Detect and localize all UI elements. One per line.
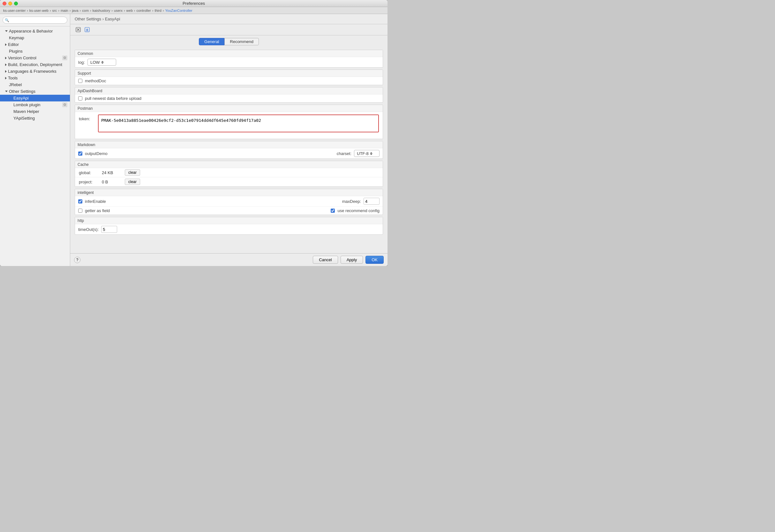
sidebar-item-label: Keymap — [9, 35, 67, 40]
cache-project-value: 0 B — [102, 180, 121, 184]
bottom-padding — [70, 237, 388, 243]
output-demo-label: outputDemo — [85, 151, 107, 156]
token-field-wrapper — [98, 115, 379, 132]
sidebar-item-version-control[interactable]: Version Control ⚙ — [0, 55, 70, 61]
support-method-doc-row: methodDoc — [75, 77, 383, 85]
sidebar-item-label: EasyApi — [13, 96, 67, 100]
output-demo-checkbox[interactable] — [78, 151, 82, 156]
cache-global-label: global: — [79, 170, 98, 175]
sidebar-item-lombok[interactable]: Lombok plugin ⚙ — [0, 101, 70, 108]
main-content: 🔍 Appearance & Behavior Keymap Editor — [0, 14, 388, 266]
log-select[interactable]: LOW — [87, 59, 116, 66]
sidebar-search-input[interactable] — [3, 17, 67, 24]
charset-select[interactable]: UTF-8 — [354, 150, 380, 157]
cache-section-title: Cache — [75, 161, 383, 168]
badge-icon: ⚙ — [62, 55, 67, 60]
sidebar-item-plugins[interactable]: Plugins — [0, 48, 70, 55]
export-icon[interactable] — [84, 26, 91, 33]
settings-content: Common log: LOW Support — [70, 48, 388, 253]
pull-data-label: pull newest data before upload — [85, 96, 141, 101]
breadcrumb-item: ks-user-center — [3, 9, 26, 12]
tab-general[interactable]: General — [199, 38, 225, 45]
common-section: Common log: LOW — [75, 50, 383, 68]
sidebar-item-label: Maven Helper — [13, 109, 67, 114]
sidebar-item-appearance[interactable]: Appearance & Behavior — [0, 28, 70, 34]
close-button[interactable] — [3, 2, 6, 5]
expand-arrow-icon — [5, 63, 7, 66]
use-recommend-checkbox[interactable] — [331, 209, 335, 213]
sidebar-item-keymap[interactable]: Keymap — [0, 34, 70, 41]
minimize-button[interactable] — [8, 2, 12, 5]
breadcrumb-item: com — [82, 9, 89, 12]
timeout-input[interactable] — [101, 226, 117, 233]
infer-enable-checkbox[interactable] — [78, 199, 82, 203]
sidebar-item-label: Tools — [8, 76, 67, 80]
postman-section: Postman token: — [75, 105, 383, 139]
cache-project-clear-button[interactable]: clear — [125, 179, 140, 185]
max-deep-input[interactable] — [364, 198, 380, 205]
charset-arrow-icon — [370, 152, 373, 155]
sidebar-item-languages[interactable]: Languages & Frameworks — [0, 68, 70, 75]
sidebar-item-maven-helper[interactable]: Maven Helper — [0, 108, 70, 115]
use-recommend-label: use recommend config — [337, 208, 380, 213]
token-field-extra — [99, 125, 378, 132]
sidebar-item-easyapi[interactable]: EasyApi — [0, 95, 70, 101]
panel-breadcrumb-prefix: Other Settings — [75, 17, 101, 21]
expand-arrow-icon — [5, 77, 7, 79]
sidebar-item-build[interactable]: Build, Execution, Deployment — [0, 61, 70, 68]
breadcrumb-item: java — [72, 9, 78, 12]
http-timeout-row: timeOut(s): — [75, 224, 383, 234]
bottom-bar: ? Cancel Apply OK — [70, 253, 388, 266]
getter-as-field-label: getter as field — [85, 208, 110, 213]
sidebar-item-label: Plugins — [9, 49, 67, 54]
cache-project-label: project: — [79, 180, 98, 184]
api-dashboard-pull-row: pull newest data before upload — [75, 94, 383, 102]
reset-icon[interactable] — [75, 26, 82, 33]
intelligent-section-title: intelligent — [75, 189, 383, 196]
cancel-button[interactable]: Cancel — [313, 256, 338, 264]
tab-recommend[interactable]: Recommend — [225, 38, 259, 45]
method-doc-checkbox[interactable] — [78, 79, 82, 83]
support-section-title: Support — [75, 70, 383, 77]
getter-as-field-checkbox[interactable] — [78, 209, 82, 213]
tabs-bar: General Recommend — [70, 35, 388, 48]
sidebar-item-tools[interactable]: Tools — [0, 75, 70, 81]
timeout-label: timeOut(s): — [78, 227, 99, 232]
intelligent-infer-row: inferEnable maxDeep: — [75, 196, 383, 207]
sidebar-item-jrebel[interactable]: JRebel — [0, 81, 70, 88]
title-bar: Preferences — [0, 0, 388, 7]
cache-global-clear-button[interactable]: clear — [125, 169, 140, 176]
postman-section-title: Postman — [75, 105, 383, 112]
postman-token-input[interactable] — [99, 115, 378, 125]
badge-icon: ⚙ — [62, 102, 67, 107]
sidebar-item-yapisetting[interactable]: YApiSetting — [0, 115, 70, 122]
cache-project-row: project: 0 B clear — [75, 177, 383, 187]
ok-button[interactable]: OK — [365, 256, 384, 264]
panel-breadcrumb-current: EasyApi — [105, 17, 120, 21]
apply-button[interactable]: Apply — [341, 256, 363, 264]
expand-arrow-icon — [5, 30, 8, 32]
intelligent-section: intelligent inferEnable maxDeep: getter … — [75, 189, 383, 215]
max-deep-label: maxDeep: — [342, 199, 361, 204]
sidebar: 🔍 Appearance & Behavior Keymap Editor — [0, 14, 70, 266]
expand-arrow-icon — [5, 70, 7, 73]
sidebar-item-label: Build, Execution, Deployment — [8, 62, 67, 67]
postman-spacer — [75, 135, 383, 139]
sidebar-item-label: Other Settings — [9, 89, 67, 94]
maximize-button[interactable] — [14, 2, 18, 5]
api-dashboard-section: ApiDashBoard pull newest data before upl… — [75, 87, 383, 103]
http-section-title: http — [75, 217, 383, 224]
search-icon: 🔍 — [5, 18, 9, 22]
breadcrumb-item: third — [154, 9, 161, 12]
support-section: Support methodDoc — [75, 70, 383, 85]
sidebar-item-label: YApiSetting — [13, 116, 67, 121]
panel-header: Other Settings › EasyApi — [70, 14, 388, 24]
sidebar-item-label: JRebel — [9, 82, 67, 87]
markdown-section-title: Markdown — [75, 141, 383, 148]
pull-data-checkbox[interactable] — [78, 96, 82, 100]
sidebar-item-other-settings[interactable]: Other Settings — [0, 88, 70, 95]
intelligent-getter-row: getter as field use recommend config — [75, 207, 383, 215]
infer-enable-label: inferEnable — [85, 199, 106, 204]
help-button[interactable]: ? — [74, 257, 80, 263]
sidebar-item-editor[interactable]: Editor — [0, 41, 70, 48]
